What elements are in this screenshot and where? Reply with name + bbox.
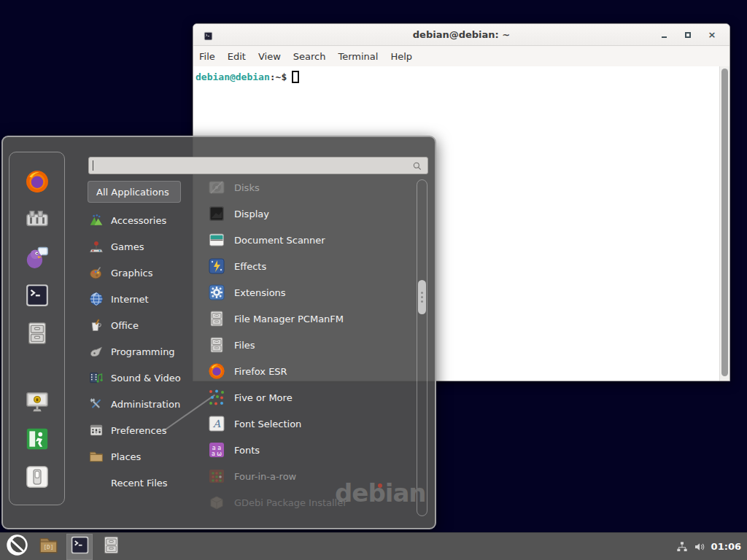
category-label: Graphics bbox=[111, 268, 152, 279]
app-disks[interactable]: Disks bbox=[208, 174, 417, 201]
favorite-terminal[interactable] bbox=[25, 283, 50, 308]
terminal-prompt-line: debian@debian:~$ bbox=[196, 70, 719, 83]
app-gdebi-package-installer[interactable]: GDebi Package Installer bbox=[208, 489, 417, 516]
application-list: DisksDisplayDocument ScannerEffectsExten… bbox=[208, 174, 417, 516]
app-file-manager-pcmanfm[interactable]: File Manager PCManFM bbox=[208, 306, 417, 332]
terminal-menu-file[interactable]: File bbox=[199, 51, 215, 62]
category-label: Internet bbox=[111, 294, 149, 305]
terminal-titlebar[interactable]: debian@debian: ~ × bbox=[193, 24, 729, 46]
maximize-button[interactable] bbox=[681, 28, 695, 42]
app-firefox-esr[interactable]: Firefox ESR bbox=[208, 358, 417, 384]
app-font-selection[interactable]: AFont Selection bbox=[208, 411, 417, 437]
effects-icon bbox=[208, 257, 225, 275]
close-icon: × bbox=[708, 30, 716, 39]
accessories-icon bbox=[89, 213, 104, 228]
category-label: Office bbox=[111, 320, 139, 331]
category-preferences[interactable]: Preferences bbox=[86, 417, 197, 443]
category-label: Recent Files bbox=[111, 478, 168, 489]
prompt-path: :~$ bbox=[270, 71, 287, 82]
app-label: Firefox ESR bbox=[234, 366, 287, 377]
favorite-firefox[interactable] bbox=[25, 169, 50, 194]
category-label: All Applications bbox=[96, 187, 169, 198]
administration-icon bbox=[89, 397, 104, 411]
favorite-logout[interactable] bbox=[25, 427, 50, 451]
minimize-icon bbox=[662, 36, 667, 38]
terminal-cursor bbox=[292, 71, 299, 83]
taskbar-folder[interactable]: [D] bbox=[36, 534, 61, 559]
minimize-button[interactable] bbox=[657, 28, 671, 42]
terminal-menu-help[interactable]: Help bbox=[390, 51, 412, 62]
favorite-pidgin[interactable] bbox=[25, 245, 50, 270]
firefox-icon bbox=[25, 183, 50, 197]
terminal-menu-terminal[interactable]: Terminal bbox=[338, 51, 378, 62]
scanner-icon bbox=[208, 231, 225, 249]
svg-text:a ω: a ω bbox=[212, 451, 222, 457]
clock[interactable]: 01:06 bbox=[711, 541, 741, 552]
office-icon bbox=[89, 318, 104, 332]
favorite-lock-screen[interactable] bbox=[25, 389, 50, 413]
terminal-icon bbox=[25, 297, 50, 311]
category-games[interactable]: Games bbox=[86, 233, 197, 260]
svg-text:[D]: [D] bbox=[43, 544, 53, 551]
app-files[interactable]: Files bbox=[208, 332, 417, 358]
category-sound-video[interactable]: Sound & Video bbox=[86, 365, 197, 391]
terminal-scrollbar-thumb[interactable] bbox=[721, 69, 728, 376]
app-label: Disks bbox=[234, 182, 260, 193]
app-extensions[interactable]: Extensions bbox=[208, 279, 417, 306]
places-icon bbox=[89, 449, 104, 464]
app-label: Five or More bbox=[234, 392, 293, 403]
internet-icon bbox=[89, 292, 104, 306]
category-label: Accessories bbox=[111, 215, 166, 226]
network-icon[interactable] bbox=[676, 541, 688, 553]
app-label: Effects bbox=[234, 261, 266, 272]
terminal-menu-edit[interactable]: Edit bbox=[228, 51, 246, 62]
app-display[interactable]: Display bbox=[208, 201, 417, 227]
category-accessories[interactable]: Accessories bbox=[86, 207, 197, 233]
terminal-menu-search[interactable]: Search bbox=[293, 51, 326, 62]
category-places[interactable]: Places bbox=[86, 443, 197, 470]
app-effects[interactable]: Effects bbox=[208, 253, 417, 279]
app-label: Extensions bbox=[234, 287, 286, 298]
category-list: All ApplicationsAccessoriesGamesGraphics… bbox=[86, 181, 197, 496]
category-graphics[interactable]: Graphics bbox=[86, 260, 197, 286]
close-button[interactable]: × bbox=[705, 28, 719, 42]
app-label: Font Selection bbox=[234, 419, 301, 429]
terminal-menubar: FileEditViewSearchTerminalHelp bbox=[193, 46, 729, 66]
mixer-icon bbox=[25, 221, 50, 235]
category-internet[interactable]: Internet bbox=[86, 286, 197, 312]
volume-icon[interactable] bbox=[694, 541, 705, 553]
taskbar-terminal[interactable] bbox=[67, 534, 92, 559]
terminal-scrollbar[interactable] bbox=[719, 66, 729, 381]
system-tray: 01:06 bbox=[676, 541, 747, 553]
category-administration[interactable]: Administration bbox=[86, 391, 197, 417]
maximize-icon bbox=[685, 32, 691, 38]
taskbar-menu-button[interactable] bbox=[4, 534, 29, 559]
favorite-shutdown[interactable] bbox=[25, 464, 50, 489]
five-or-more-icon bbox=[208, 389, 225, 406]
logout-icon bbox=[25, 440, 50, 454]
app-label: Files bbox=[234, 340, 255, 351]
category-all-applications[interactable]: All Applications bbox=[88, 181, 181, 203]
file-cabinet-icon bbox=[208, 336, 225, 354]
category-label: Programming bbox=[111, 346, 175, 357]
app-four-in-a-row[interactable]: Four-in-a-row bbox=[208, 463, 417, 489]
font-selection-icon: A bbox=[208, 415, 225, 432]
taskbar-file-cabinet[interactable] bbox=[98, 534, 123, 559]
terminal-menu-view[interactable]: View bbox=[258, 51, 281, 62]
menu-scrollbar-thumb[interactable] bbox=[418, 280, 426, 314]
search-input[interactable] bbox=[93, 158, 412, 174]
category-recent-files[interactable]: Recent Files bbox=[86, 470, 197, 496]
favorite-mixer[interactable] bbox=[25, 207, 50, 232]
prompt-user: debian@debian bbox=[196, 71, 270, 82]
app-document-scanner[interactable]: Document Scanner bbox=[208, 227, 417, 253]
menu-scrollbar[interactable] bbox=[417, 179, 427, 516]
preferences-icon bbox=[89, 423, 104, 438]
sound-video-icon bbox=[89, 370, 104, 385]
category-office[interactable]: Office bbox=[86, 312, 197, 338]
app-five-or-more[interactable]: Five or More bbox=[208, 384, 417, 411]
favorite-file-cabinet[interactable] bbox=[25, 321, 50, 346]
graphics-icon bbox=[89, 265, 104, 280]
app-fonts[interactable]: a aa ωFonts bbox=[208, 437, 417, 463]
search-box[interactable] bbox=[88, 157, 428, 174]
category-programming[interactable]: Programming bbox=[86, 338, 197, 365]
